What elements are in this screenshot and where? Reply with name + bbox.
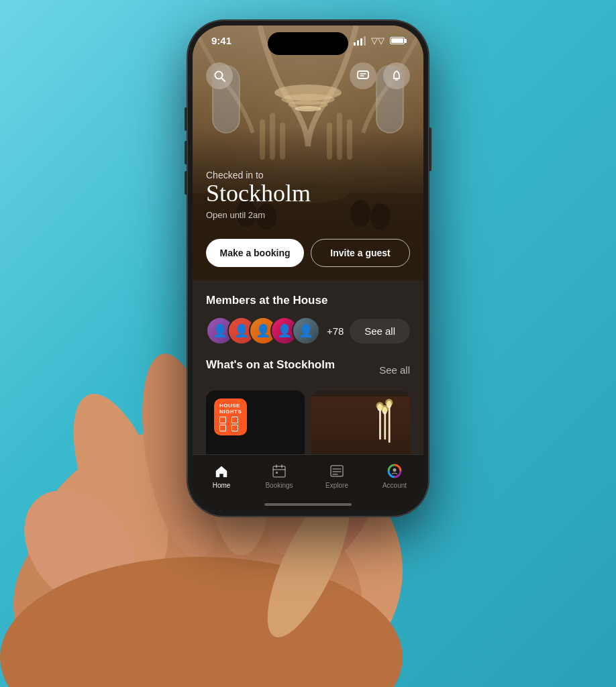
svg-line-29 bbox=[221, 78, 225, 81]
tab-account[interactable]: Account bbox=[366, 460, 423, 489]
badge-grid bbox=[219, 417, 242, 431]
bell-icon bbox=[391, 70, 403, 82]
invite-guest-button[interactable]: Invite a guest bbox=[311, 239, 410, 267]
tab-account-label: Account bbox=[382, 482, 407, 489]
svg-point-61 bbox=[385, 399, 393, 407]
messages-icon bbox=[357, 70, 369, 82]
house-nights-badge: HOUSE NIGHTS bbox=[214, 399, 247, 435]
members-section: Members at the House 👤 👤 bbox=[193, 280, 423, 353]
badge-line2: NIGHTS bbox=[219, 409, 242, 415]
tab-home[interactable]: Home bbox=[193, 460, 250, 489]
wifi-icon: ▽▽ bbox=[371, 36, 384, 46]
home-icon bbox=[213, 463, 229, 479]
battery-icon bbox=[390, 37, 405, 44]
svg-rect-62 bbox=[384, 412, 386, 439]
tab-bar: Home Bookings bbox=[193, 454, 423, 511]
whats-on-see-all[interactable]: See all bbox=[379, 364, 410, 376]
svg-point-64 bbox=[381, 405, 389, 413]
tab-explore-label: Explore bbox=[325, 482, 348, 489]
members-list: 👤 👤 👤 👤 bbox=[206, 317, 344, 345]
svg-point-84 bbox=[393, 468, 397, 472]
members-see-all-button[interactable]: See all bbox=[350, 319, 410, 344]
tab-home-label: Home bbox=[213, 482, 231, 489]
list-icon bbox=[329, 463, 345, 479]
search-icon bbox=[213, 70, 225, 82]
search-button[interactable] bbox=[206, 62, 233, 89]
phone-screen: 9:41 ▽▽ bbox=[193, 25, 423, 511]
checkin-label: Checked in to bbox=[206, 170, 311, 180]
svg-rect-30 bbox=[358, 71, 368, 78]
members-avatars: 👤 👤 👤 👤 bbox=[206, 317, 320, 345]
make-booking-button[interactable]: Make a booking bbox=[206, 239, 304, 267]
status-time: 9:41 bbox=[211, 35, 232, 46]
home-indicator bbox=[264, 503, 352, 506]
svg-rect-56 bbox=[379, 409, 381, 439]
members-row: 👤 👤 👤 👤 bbox=[206, 317, 410, 345]
messages-button[interactable] bbox=[350, 62, 376, 89]
whats-on-title: What's on at Stockholm bbox=[206, 358, 335, 372]
action-buttons: Make a booking Invite a guest bbox=[193, 239, 423, 267]
tab-bookings-label: Bookings bbox=[265, 482, 293, 489]
avatar: 👤 bbox=[292, 317, 320, 345]
dynamic-island bbox=[268, 32, 348, 55]
members-count: +78 bbox=[327, 325, 344, 337]
tab-explore[interactable]: Explore bbox=[308, 460, 366, 489]
header-icons bbox=[193, 62, 423, 89]
hero-section: Checked in to Stockholm Open until 2am M… bbox=[193, 25, 423, 280]
members-title: Members at the House bbox=[206, 294, 410, 307]
content-section: Members at the House 👤 👤 bbox=[193, 280, 423, 511]
signal-icon bbox=[354, 36, 366, 46]
status-icons: ▽▽ bbox=[354, 36, 405, 46]
phone: 9:41 ▽▽ bbox=[187, 20, 429, 517]
tab-bookings[interactable]: Bookings bbox=[250, 460, 308, 489]
checkin-info: Checked in to Stockholm Open until 2am bbox=[206, 170, 311, 220]
svg-rect-76 bbox=[276, 472, 278, 474]
checkin-city: Stockholm bbox=[206, 180, 311, 207]
phone-body: 9:41 ▽▽ bbox=[187, 20, 429, 517]
whats-on-header: What's on at Stockholm See all bbox=[206, 358, 410, 381]
svg-rect-59 bbox=[389, 406, 391, 443]
svg-rect-72 bbox=[273, 466, 285, 477]
account-icon bbox=[387, 463, 403, 479]
notifications-button[interactable] bbox=[383, 62, 410, 89]
badge-line1: HOUSE bbox=[219, 403, 242, 409]
checkin-hours: Open until 2am bbox=[206, 210, 311, 220]
calendar-icon bbox=[271, 463, 287, 479]
header-right-icons bbox=[350, 62, 410, 89]
